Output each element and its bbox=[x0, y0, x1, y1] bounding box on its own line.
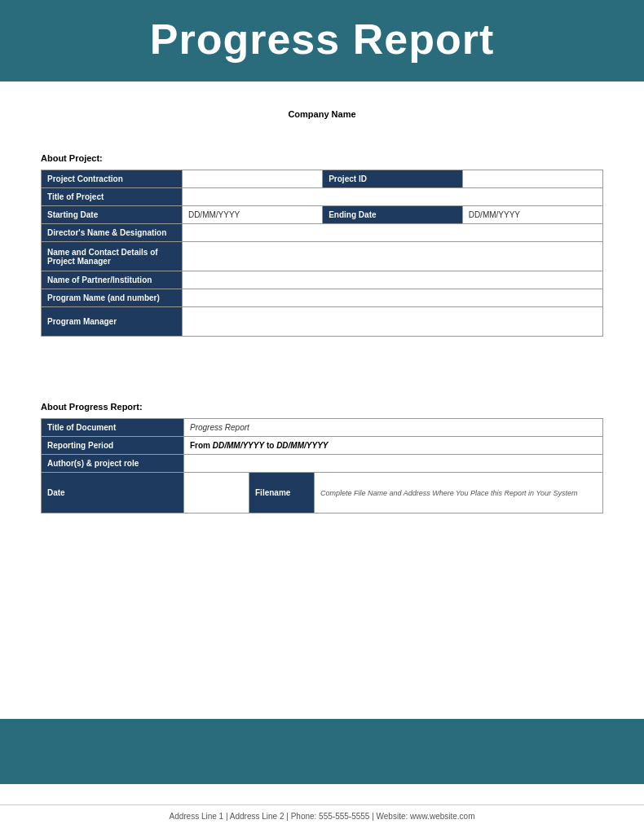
table-row: Program Manager bbox=[42, 307, 603, 337]
label-cell: Name and Contact Details of Project Mana… bbox=[42, 242, 183, 271]
company-section: Company Name bbox=[41, 82, 603, 121]
about-project-label: About Project: bbox=[41, 153, 603, 163]
footer-address-text: Address Line 1 | Address Line 2 | Phone:… bbox=[169, 812, 474, 821]
label-cell: Title of Project bbox=[42, 188, 183, 206]
table-row: Director's Name & Designation bbox=[42, 224, 603, 242]
table-row: Title of Project bbox=[42, 188, 603, 206]
value-cell bbox=[182, 307, 602, 337]
about-project-table: Project Contraction Project ID Title of … bbox=[41, 170, 603, 337]
label-cell: Director's Name & Designation bbox=[42, 224, 183, 242]
table-row: Author(s) & project role bbox=[42, 455, 603, 473]
table-row: Project Contraction Project ID bbox=[42, 170, 603, 188]
label-cell: Starting Date bbox=[42, 206, 183, 224]
table-row: Starting Date DD/MM/YYYY Ending Date DD/… bbox=[42, 206, 603, 224]
label-cell: Ending Date bbox=[323, 206, 462, 224]
value-cell bbox=[182, 188, 602, 206]
table-row: Reporting Period From DD/MM/YYYY to DD/M… bbox=[42, 437, 603, 455]
label-cell: Name of Partner/Institution bbox=[42, 271, 183, 289]
label-cell: Project ID bbox=[323, 170, 462, 188]
value-cell bbox=[184, 455, 603, 473]
value-cell bbox=[182, 224, 602, 242]
label-cell: Program Manager bbox=[42, 307, 183, 337]
footer-address: Address Line 1 | Address Line 2 | Phone:… bbox=[0, 804, 644, 821]
page-title: Progress Report bbox=[16, 15, 628, 64]
filename-label-cell: Filename bbox=[249, 473, 315, 513]
label-cell: Program Name (and number) bbox=[42, 289, 183, 307]
label-cell: Reporting Period bbox=[42, 437, 184, 455]
value-cell bbox=[182, 289, 602, 307]
footer-bar bbox=[0, 719, 644, 784]
company-name: Company Name bbox=[288, 109, 355, 119]
table-row: Name of Partner/Institution bbox=[42, 271, 603, 289]
table-row: Program Name (and number) bbox=[42, 289, 603, 307]
label-cell: Project Contraction bbox=[42, 170, 183, 188]
value-cell bbox=[462, 170, 602, 188]
value-cell bbox=[182, 170, 322, 188]
value-cell: DD/MM/YYYY bbox=[462, 206, 602, 224]
about-progress-report-table: Title of Document Progress Report Report… bbox=[41, 418, 603, 513]
date-value-cell bbox=[184, 473, 249, 513]
header-bar: Progress Report bbox=[0, 0, 644, 82]
value-cell: From DD/MM/YYYY to DD/MM/YYYY bbox=[184, 437, 603, 455]
value-cell bbox=[182, 271, 602, 289]
table-row: Date Filename Complete File Name and Add… bbox=[42, 473, 603, 513]
label-cell: Title of Document bbox=[42, 419, 184, 437]
about-progress-report-label: About Progress Report: bbox=[41, 402, 603, 412]
label-cell: Author(s) & project role bbox=[42, 455, 184, 473]
value-cell bbox=[182, 242, 602, 271]
value-cell: Progress Report bbox=[184, 419, 603, 437]
table-row: Title of Document Progress Report bbox=[42, 419, 603, 437]
label-cell: Date bbox=[42, 473, 184, 513]
table-row: Name and Contact Details of Project Mana… bbox=[42, 242, 603, 271]
value-cell: DD/MM/YYYY bbox=[182, 206, 322, 224]
filename-value-cell: Complete File Name and Address Where You… bbox=[315, 473, 603, 513]
